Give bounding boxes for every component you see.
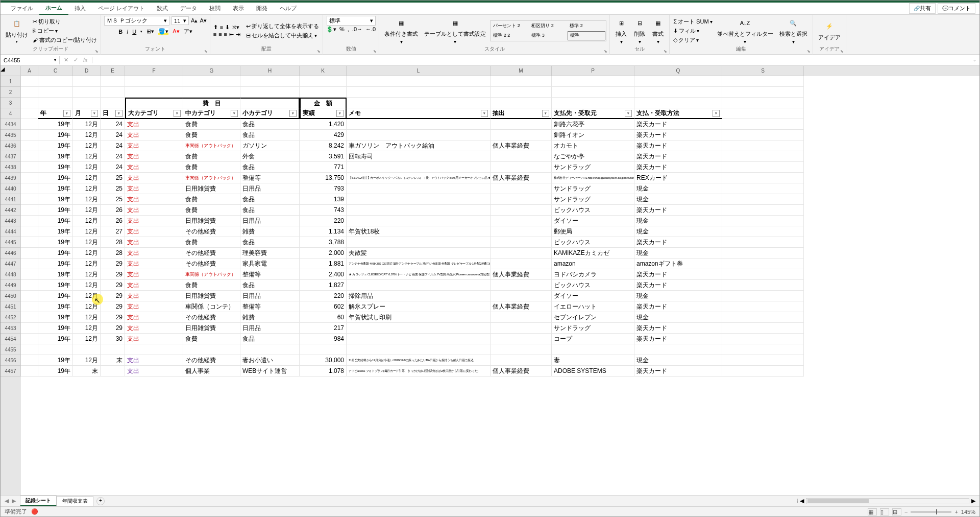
row-header[interactable]: 4457 (1, 366, 21, 377)
cell[interactable] (552, 98, 634, 108)
cell[interactable]: ★ カロッツェ CLESEED/CAT YL070 /トー・ナビ 画面 保護フィ… (347, 269, 491, 280)
cell[interactable] (101, 366, 125, 377)
fill-color-button[interactable]: 🪣▾ (158, 28, 168, 35)
comments-button[interactable]: 💬 コメント (938, 3, 975, 14)
cell[interactable]: 株式会社ディーパーツ RL http://shop.globalsystem.c… (552, 173, 634, 183)
cell[interactable] (491, 334, 552, 344)
cell[interactable]: 29 (101, 323, 125, 334)
cell[interactable]: アンテナ分配器 4K8K BS CS 対応 屋外アンテナケーブル 地デジ 分波器… (347, 258, 491, 269)
cell[interactable]: 12月 (73, 291, 101, 301)
cell[interactable]: 食品 (240, 130, 300, 140)
cell[interactable]: 602 (300, 301, 347, 312)
cell[interactable]: 実績▾ (300, 108, 347, 119)
cell[interactable] (722, 344, 804, 355)
row-header[interactable]: 4436 (1, 140, 21, 151)
cell[interactable] (722, 280, 804, 291)
cell[interactable]: 現金 (634, 183, 722, 194)
cell[interactable] (491, 248, 552, 258)
cell[interactable]: 楽天カード (634, 301, 722, 312)
row-header[interactable]: 4447 (1, 258, 21, 269)
cell[interactable] (722, 323, 804, 334)
cell[interactable]: 19年 (38, 291, 73, 301)
cell[interactable]: 24 (101, 151, 125, 162)
cell[interactable] (347, 183, 491, 194)
cell[interactable]: 19年 (38, 237, 73, 248)
cell[interactable]: 末 (101, 355, 125, 366)
cell[interactable]: 年賀状18枚 (347, 226, 491, 237)
cell[interactable] (491, 216, 552, 226)
filter-icon[interactable]: ▾ (481, 110, 488, 117)
underline-button[interactable]: U (132, 29, 136, 35)
cell[interactable] (347, 280, 491, 291)
cell[interactable]: 楽天カード (634, 280, 722, 291)
cell[interactable]: 24 (101, 119, 125, 130)
cell[interactable]: 12月 (73, 258, 101, 269)
sheet-tab-annual[interactable]: 年間収支表 (57, 496, 93, 506)
cell[interactable] (347, 323, 491, 334)
cell[interactable] (38, 344, 73, 355)
ideas-button[interactable]: ⚡アイデア (816, 19, 843, 42)
cell[interactable]: 個人事業経費 (491, 366, 552, 377)
cell[interactable] (183, 87, 240, 98)
cell[interactable] (21, 248, 38, 258)
cell[interactable] (722, 205, 804, 216)
cell[interactable]: 支出 (125, 216, 183, 226)
cell[interactable]: 29 (101, 301, 125, 312)
wrap-text-button[interactable]: ↩折り返して全体を表示する (246, 22, 320, 31)
cell[interactable]: 25 (101, 194, 125, 205)
cell[interactable] (73, 87, 101, 98)
cell[interactable]: 19年 (38, 130, 73, 140)
cell[interactable]: 支出 (125, 248, 183, 258)
cell[interactable] (722, 194, 804, 205)
cell[interactable]: 回転寿司 (347, 151, 491, 162)
cell[interactable]: 1,078 (300, 366, 347, 377)
cond-format-button[interactable]: ▦条件付き書式▾ (382, 16, 420, 45)
cell[interactable]: 支出 (125, 151, 183, 162)
cell[interactable]: 月▾ (73, 108, 101, 119)
cell[interactable]: 19年 (38, 301, 73, 312)
cell[interactable]: 支出 (125, 280, 183, 291)
cell[interactable]: 楽天カード (634, 205, 722, 216)
cell[interactable] (300, 87, 347, 98)
cell[interactable] (491, 312, 552, 323)
cell[interactable]: 日用品 (240, 291, 300, 301)
cell[interactable]: 19年 (38, 194, 73, 205)
cell[interactable]: ADOBE SYSTEMS (552, 366, 634, 377)
font-size-combo[interactable]: 11▾ (172, 16, 189, 25)
italic-button[interactable]: I (127, 29, 128, 35)
cell[interactable]: 2,400 (300, 269, 347, 280)
filter-icon[interactable]: ▾ (289, 110, 297, 117)
filter-icon[interactable]: ▾ (713, 110, 720, 117)
row-header[interactable]: 4441 (1, 194, 21, 205)
cell[interactable]: 12月 (73, 216, 101, 226)
cell[interactable]: 抽出▾ (491, 108, 552, 119)
row-header[interactable]: 4448 (1, 269, 21, 280)
cell[interactable]: 19年 (38, 366, 73, 377)
cell[interactable] (347, 130, 491, 140)
copy-button[interactable]: ⎘コピー ▾ (32, 27, 97, 35)
cell[interactable]: 日用品 (240, 323, 300, 334)
cell[interactable] (38, 87, 73, 98)
cell[interactable] (722, 140, 804, 151)
row-header[interactable]: 4442 (1, 205, 21, 216)
formula-bar[interactable] (92, 59, 973, 61)
cell[interactable]: 26 (101, 216, 125, 226)
cell[interactable] (491, 323, 552, 334)
cell[interactable]: 11月分支給料から12月分お小遣い 2019/12/9に振ったみたいBA口座から… (347, 355, 491, 366)
cell[interactable]: 車関係（コンテ） (183, 301, 240, 312)
cell[interactable]: 771 (300, 162, 347, 173)
filter-icon[interactable]: ▾ (231, 110, 238, 117)
cell[interactable]: 年賀状試し印刷 (347, 312, 491, 323)
cell[interactable] (21, 344, 38, 355)
cell[interactable]: 食品 (240, 194, 300, 205)
cell[interactable]: 整備等 (240, 269, 300, 280)
cell[interactable]: 支出 (125, 291, 183, 301)
col-header-S[interactable]: S (722, 66, 804, 76)
cell[interactable]: 743 (300, 205, 347, 216)
cell[interactable]: 支出 (125, 130, 183, 140)
cell[interactable] (722, 130, 804, 140)
fill-button[interactable]: ⬇フィル ▾ (673, 27, 713, 35)
cell[interactable]: 12月 (73, 334, 101, 344)
row-header[interactable]: 2 (1, 87, 21, 98)
cell[interactable]: 12月 (73, 301, 101, 312)
